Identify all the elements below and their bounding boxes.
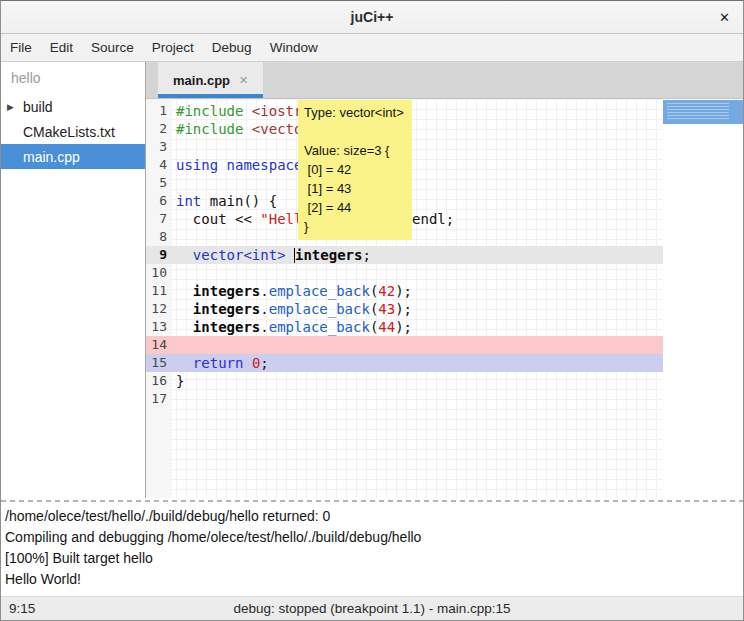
token: return: [193, 355, 244, 371]
code-text: integers.emplace_back(43);: [172, 300, 412, 318]
tab-label: main.cpp: [173, 73, 230, 88]
token: vector<int>: [193, 247, 286, 263]
menu-item-edit[interactable]: Edit: [41, 34, 82, 61]
menu-item-project[interactable]: Project: [143, 34, 203, 61]
token: );: [395, 301, 412, 317]
token: 42: [378, 283, 395, 299]
terminal-line: [100%] Built target hello: [5, 548, 743, 569]
code-line[interactable]: 9 vector<int> integers;: [146, 246, 663, 264]
file-tree-label: build: [23, 99, 53, 115]
cursor-position: 9:15: [9, 601, 35, 616]
sidebar-item-build[interactable]: ▶build: [1, 94, 145, 119]
token: main() {: [201, 193, 277, 209]
token: int: [176, 193, 201, 209]
line-number[interactable]: 8: [146, 228, 172, 246]
tooltip-line: }: [304, 217, 406, 236]
window-title: juCi++: [351, 9, 394, 25]
sidebar-item-cmakelists.txt[interactable]: CMakeLists.txt: [1, 119, 145, 144]
tooltip-line: Value: size=3 {: [304, 141, 406, 160]
code-line[interactable]: 17: [146, 390, 663, 408]
code-line[interactable]: 12 integers.emplace_back(43);: [146, 300, 663, 318]
line-number[interactable]: 17: [146, 390, 172, 408]
line-number[interactable]: 16: [146, 372, 172, 390]
token: [176, 301, 193, 317]
line-number[interactable]: 14: [146, 336, 172, 354]
code-line[interactable]: 11 integers.emplace_back(42);: [146, 282, 663, 300]
code-text: [172, 174, 176, 192]
code-text: [172, 390, 176, 408]
tab-main.cpp[interactable]: main.cpp✕: [158, 62, 263, 98]
token: .: [260, 283, 268, 299]
terminal-line: Compiling and debugging /home/olece/test…: [5, 527, 743, 548]
tab-close-icon[interactable]: ✕: [239, 74, 248, 87]
line-number[interactable]: 6: [146, 192, 172, 210]
file-tree-label: CMakeLists.txt: [23, 124, 115, 140]
token: .: [260, 301, 268, 317]
token: #include: [176, 121, 252, 137]
editor-area[interactable]: 1#include <iostream>2#include <vector>34…: [146, 99, 743, 498]
line-number[interactable]: 4: [146, 156, 172, 174]
code-line[interactable]: 14: [146, 336, 663, 354]
title-bar: juCi++ ✕: [1, 1, 743, 34]
menu-bar: FileEditSourceProjectDebugWindow: [1, 34, 743, 62]
line-number[interactable]: 9: [146, 246, 172, 264]
token: integers: [193, 283, 260, 299]
token: emplace_back: [269, 319, 370, 335]
app-window: juCi++ ✕ FileEditSourceProjectDebugWindo…: [0, 0, 744, 621]
code-text: integers.emplace_back(44);: [172, 318, 412, 336]
line-number[interactable]: 2: [146, 120, 172, 138]
token: ;: [362, 247, 370, 263]
menu-item-source[interactable]: Source: [82, 34, 143, 61]
minimap-slider[interactable]: [663, 100, 743, 124]
line-number[interactable]: 10: [146, 264, 172, 282]
sidebar-item-main.cpp[interactable]: main.cpp: [1, 144, 145, 169]
code-line[interactable]: 10: [146, 264, 663, 282]
token: [243, 355, 251, 371]
debug-value-tooltip: Type: vector<int> Value: size=3 { [0] = …: [298, 100, 412, 240]
menu-item-window[interactable]: Window: [261, 34, 327, 61]
code-text: return 0;: [172, 354, 269, 372]
token: using namespace: [176, 157, 302, 173]
tooltip-line: Type: vector<int>: [304, 103, 406, 122]
token: 44: [378, 319, 395, 335]
line-number[interactable]: 7: [146, 210, 172, 228]
code-text: int main() {: [172, 192, 277, 210]
line-number[interactable]: 3: [146, 138, 172, 156]
token: [176, 355, 193, 371]
line-number[interactable]: 11: [146, 282, 172, 300]
debug-status-text: debug: stopped (breakpoint 1.1) - main.c…: [1, 601, 743, 616]
line-number[interactable]: 15: [146, 354, 172, 372]
token: [176, 283, 193, 299]
code-line[interactable]: 16}: [146, 372, 663, 390]
pane-divider-handle[interactable]: [1, 498, 743, 504]
terminal-output[interactable]: /home/olece/test/hello/./build/debug/hel…: [1, 504, 743, 596]
token: .: [260, 319, 268, 335]
status-bar: debug: stopped (breakpoint 1.1) - main.c…: [1, 596, 743, 620]
code-text: [172, 228, 176, 246]
token: integers: [193, 319, 260, 335]
tooltip-line: [2] = 44: [304, 198, 406, 217]
code-text: [172, 138, 176, 156]
editor-pane: main.cpp✕ 1#include <iostream>2#include …: [146, 62, 743, 498]
close-icon[interactable]: ✕: [719, 10, 730, 25]
token: );: [395, 283, 412, 299]
token: cout <<: [176, 211, 260, 227]
line-number[interactable]: 5: [146, 174, 172, 192]
token: ;: [260, 355, 268, 371]
expander-triangle-icon: ▶: [7, 102, 23, 112]
line-number[interactable]: 13: [146, 318, 172, 336]
menu-item-debug[interactable]: Debug: [203, 34, 261, 61]
line-number[interactable]: 1: [146, 102, 172, 120]
code-text: }: [172, 372, 184, 390]
tooltip-line: [0] = 42: [304, 160, 406, 179]
menu-item-file[interactable]: File: [1, 34, 41, 61]
file-tree: ▶buildCMakeLists.txtmain.cpp: [1, 94, 145, 169]
token: emplace_back: [269, 283, 370, 299]
terminal-line: Hello World!: [5, 569, 743, 590]
code-line[interactable]: 13 integers.emplace_back(44);: [146, 318, 663, 336]
code-line[interactable]: 15 return 0;: [146, 354, 663, 372]
token: [286, 247, 294, 263]
line-number[interactable]: 12: [146, 300, 172, 318]
token: integers: [193, 301, 260, 317]
tooltip-line: [304, 122, 406, 141]
